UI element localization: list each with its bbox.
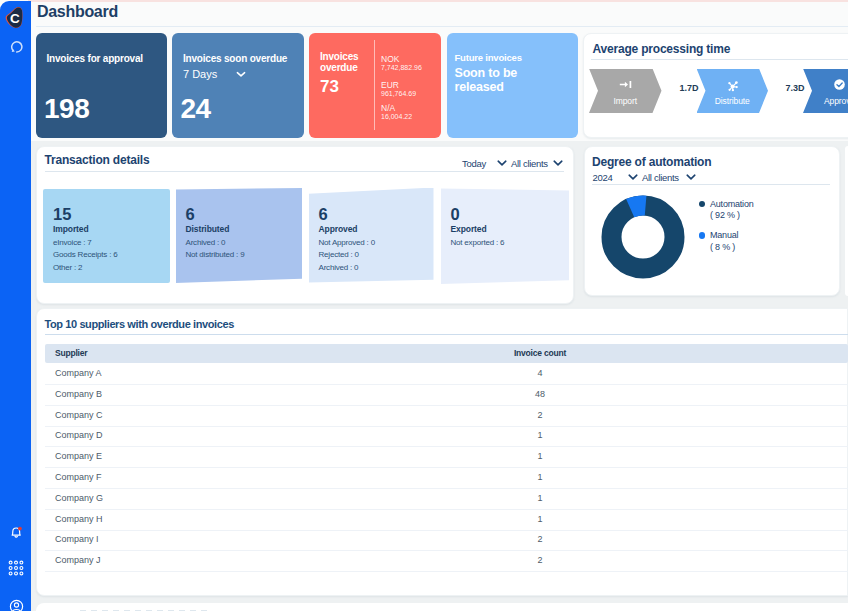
svg-text:C: C (10, 11, 20, 26)
